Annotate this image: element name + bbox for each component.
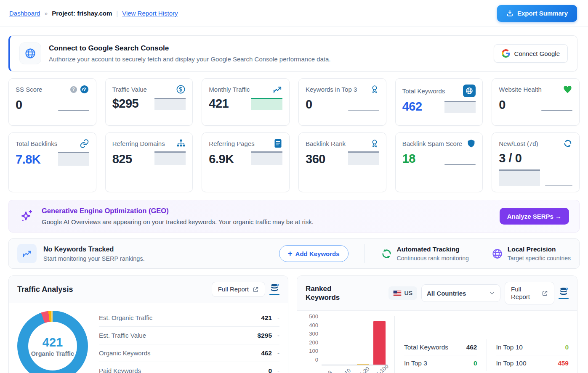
sitemap-icon: [176, 139, 186, 148]
chart-line-icon: [17, 244, 37, 263]
sparkline-flat: [444, 151, 476, 165]
metric-card-backlink-rank: Backlink Rank 360: [298, 132, 386, 192]
traffic-row: Est. Traffic Value $295 -: [99, 327, 279, 344]
sparkline-area: [251, 151, 282, 165]
gsc-connect-banner: Connect to Google Search Console Authori…: [8, 35, 577, 71]
add-keywords-button[interactable]: + Add Keywords: [279, 245, 349, 262]
donut-center-value: 421: [43, 336, 63, 349]
metric-value: 360: [306, 153, 325, 165]
project-name: Project: frishay.com: [52, 10, 112, 17]
donut-center-label: Organic Traffic: [31, 350, 74, 357]
gsc-subtitle: Authorize your account to securely fetch…: [49, 56, 331, 63]
stat-row: In Top 100 459: [496, 355, 569, 371]
bar-21-100: [373, 321, 386, 365]
database-icon[interactable]: [269, 283, 279, 295]
metric-label: Website Health: [499, 86, 560, 93]
metric-label: Keywords in Top 3: [306, 86, 367, 93]
breadcrumb: Dashboard » Project: frishay.com | View …: [9, 10, 178, 17]
geo-title: Generative Engine Optimization (GEO): [42, 207, 314, 215]
sparkles-icon: [19, 208, 34, 224]
traffic-donut: 421 Organic Traffic: [17, 311, 88, 373]
metric-value: 0: [499, 99, 506, 111]
metric-label: Total Keywords: [402, 87, 461, 95]
dashboard-link[interactable]: Dashboard: [9, 10, 40, 17]
country-flag-badge[interactable]: US: [388, 286, 417, 300]
metric-card-referring-domains: Referring Domains 825: [105, 132, 193, 192]
metric-value: 0: [16, 99, 22, 111]
metric-label: Total Backlinks: [16, 140, 77, 147]
sync-icon: [563, 139, 572, 148]
database-icon[interactable]: [559, 287, 569, 299]
feature-local-precision: Local Precision Target specific countrie…: [492, 246, 571, 262]
ribbon-icon: [370, 85, 379, 94]
stat-row: In Top 3 0: [404, 355, 477, 371]
sync-green-icon: [381, 248, 392, 259]
metric-value: $295: [112, 98, 139, 110]
no-keywords-subtitle: Start monitoring your SERP rankings.: [43, 255, 145, 262]
view-report-history-link[interactable]: View Report History: [122, 10, 178, 17]
external-link-icon: [542, 290, 548, 296]
help-icon[interactable]: ?: [70, 86, 77, 93]
sparkline-area: [154, 151, 186, 165]
ranked-stats: Total Keywords 462 In Top 3 0 In Top 10 …: [395, 339, 569, 373]
sparkline-pair: [499, 169, 572, 186]
feature-automated-tracking: Automated Tracking Continuous rank monit…: [381, 246, 469, 262]
dollar-circle-icon: [176, 85, 186, 94]
metric-label: Backlink Spam Score: [402, 140, 465, 147]
heart-icon: [563, 85, 572, 94]
download-icon: [506, 10, 514, 17]
top-bar: Dashboard » Project: frishay.com | View …: [0, 0, 588, 27]
sparkline-area: [444, 101, 476, 113]
metrics-row-2: Total Backlinks 7.8K Referring Domains 8…: [8, 132, 580, 192]
ranked-keywords-panel: Ranked Keywords US All Countries Full Re…: [297, 275, 577, 373]
metric-label: SS Score: [16, 86, 68, 93]
gsc-title: Connect to Google Search Console: [49, 44, 331, 53]
metric-value: 462: [402, 101, 422, 113]
metrics-row-1: SS Score ? 0 Traffic Value $295 Monthly …: [8, 78, 580, 126]
sparkline-area: [58, 152, 89, 166]
metric-label: Monthly Traffic: [209, 86, 270, 93]
metric-label: Backlink Rank: [306, 140, 367, 147]
stat-row: Total Keywords 462: [404, 339, 477, 355]
external-link-icon: [253, 286, 259, 293]
sparkline-flat: [541, 98, 572, 111]
link-icon: [80, 139, 89, 148]
analyze-serps-button[interactable]: Analyze SERPs →: [500, 208, 569, 225]
metric-card-traffic-value: Traffic Value $295: [105, 78, 193, 126]
sparkline-area: [348, 151, 379, 165]
ranked-bar-yaxis: 5004003002001000: [306, 313, 318, 363]
traffic-analysis-title: Traffic Analysis: [17, 285, 73, 294]
sparkline-area: [154, 98, 186, 110]
stat-row: In Top 10 0: [496, 339, 569, 355]
metric-card-keywords-top3: Keywords in Top 3 0: [298, 78, 386, 126]
metric-value: 0: [306, 98, 312, 111]
metric-value: 18: [402, 153, 415, 165]
metric-value: 3 / 0: [499, 152, 521, 164]
traffic-analysis-panel: Traffic Analysis Full Report 421 Organic…: [8, 275, 288, 373]
geo-banner: Generative Engine Optimization (GEO) Goo…: [8, 200, 580, 233]
ranked-full-report-button[interactable]: Full Report: [505, 282, 554, 304]
traffic-row: Est. Organic Traffic 421 -: [99, 309, 279, 327]
metric-value: 421: [209, 98, 229, 110]
connect-google-button[interactable]: Connect Google: [494, 44, 568, 63]
export-summary-button[interactable]: Export Summary: [497, 5, 577, 22]
chevron-down-icon: [489, 290, 495, 296]
metric-card-monthly-traffic: Monthly Traffic 421: [202, 78, 290, 126]
metric-label: Referring Domains: [112, 140, 174, 147]
metric-value: 825: [112, 153, 132, 165]
metric-value: 7.8K: [16, 153, 40, 166]
speedometer-icon: [80, 85, 89, 94]
plus-icon: +: [288, 249, 293, 258]
metric-card-website-health: Website Health 0: [492, 78, 580, 126]
document-icon: [274, 139, 282, 148]
traffic-row: Organic Keywords 462 -: [99, 344, 279, 362]
google-logo-icon: [502, 49, 510, 58]
country-select[interactable]: All Countries: [421, 284, 500, 302]
globe-purple-icon: [492, 248, 503, 259]
traffic-stats-list: Est. Organic Traffic 421 - Est. Traffic …: [99, 309, 279, 373]
traffic-full-report-button[interactable]: Full Report: [212, 282, 265, 297]
metric-value: 6.9K: [209, 153, 234, 165]
bottom-panels: Traffic Analysis Full Report 421 Organic…: [8, 275, 580, 373]
traffic-row: Paid Keywords 0 -: [99, 362, 279, 373]
metric-card-referring-pages: Referring Pages 6.9K: [202, 132, 290, 192]
